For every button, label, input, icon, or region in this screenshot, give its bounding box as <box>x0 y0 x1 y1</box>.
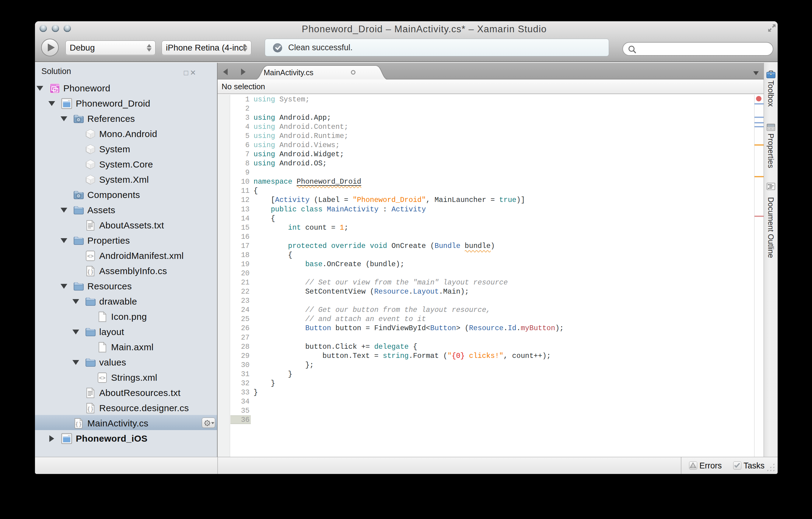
svg-text:{ }: { } <box>88 405 93 412</box>
svg-text:<>: <> <box>99 375 105 381</box>
svg-text:<>: <> <box>87 253 93 259</box>
svg-text:{ }: { } <box>76 420 81 427</box>
svg-text:{ }: { } <box>88 268 93 275</box>
